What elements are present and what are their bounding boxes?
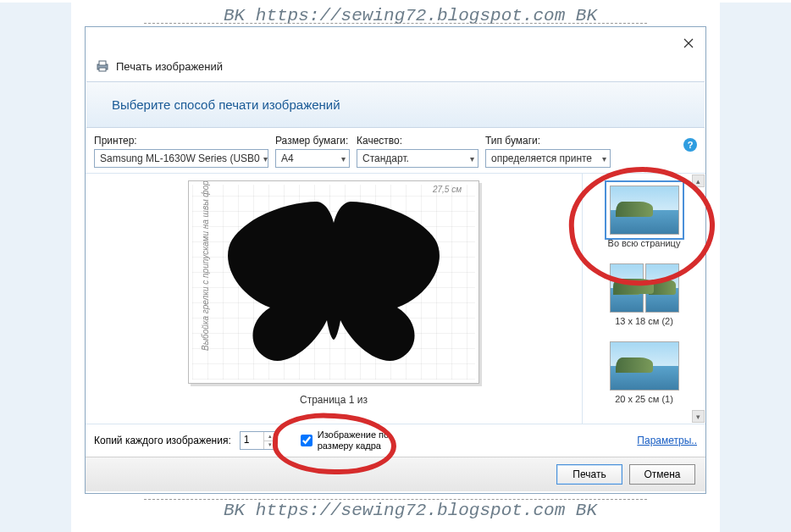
layout-label: 13 x 18 см (2) — [615, 316, 673, 326]
quality-label: Качество: — [357, 135, 478, 147]
print-dialog: Печать изображений Выберите способ печат… — [85, 26, 706, 494]
layout-label: 20 x 25 см (1) — [615, 394, 673, 404]
page-indicator: Страница 1 из — [300, 394, 368, 406]
fit-frame-checkbox[interactable]: Изображение по размеру кадра — [301, 429, 411, 452]
printer-select[interactable]: Samsung ML-1630W Series (USB0 ▾ — [94, 149, 268, 168]
scroll-down-button[interactable]: ▾ — [692, 410, 705, 423]
quality-value: Стандарт. — [362, 152, 409, 164]
divider — [144, 23, 647, 24]
printer-icon — [96, 59, 109, 73]
spin-up-icon[interactable]: ▴ — [264, 432, 276, 441]
print-button[interactable]: Печать — [556, 464, 622, 485]
layout-sidebar: ▴ Во всю страницу 13 x 18 см (2) 20 x 25… — [582, 174, 705, 424]
paper-size-label: Размер бумаги: — [275, 135, 350, 147]
paper-type-label: Тип бумаги: — [485, 135, 611, 147]
paper-size-value: A4 — [281, 152, 294, 164]
fit-frame-check-input[interactable] — [301, 435, 313, 446]
close-icon — [683, 38, 694, 48]
help-icon[interactable]: ? — [683, 138, 697, 152]
svg-rect-3 — [99, 61, 106, 65]
layout-thumb — [610, 341, 679, 391]
layout-thumb — [610, 263, 679, 313]
scroll-up-button[interactable]: ▴ — [692, 175, 705, 187]
spin-down-icon[interactable]: ▾ — [264, 441, 276, 450]
quality-select[interactable]: Стандарт. ▾ — [357, 149, 478, 168]
chevron-down-icon: ▾ — [602, 154, 606, 163]
divider — [144, 499, 647, 500]
preview-butterfly-icon — [224, 197, 444, 367]
close-button[interactable] — [677, 34, 700, 53]
printer-value: Samsung ML-1630W Series (USB0 — [100, 152, 260, 164]
chevron-down-icon: ▾ — [470, 154, 474, 163]
copies-input[interactable]: 1 ▴▾ — [240, 431, 277, 450]
chevron-down-icon: ▾ — [263, 154, 268, 163]
preview-canvas: Выбойка грелки с припусками на швы форма… — [188, 180, 479, 384]
dialog-title: Печать изображений — [116, 60, 223, 73]
parameters-link[interactable]: Параметры.. — [637, 435, 697, 446]
layout-option-20x25[interactable]: 20 x 25 см (1) — [583, 338, 705, 407]
watermark-bottom: BK https://sewing72.blogspot.com BK — [224, 501, 597, 520]
copies-value: 1 — [241, 432, 263, 449]
paper-type-select[interactable]: определяется принте ▾ — [485, 149, 611, 168]
paper-type-value: определяется принте — [491, 152, 592, 164]
fit-frame-label: Изображение по размеру кадра — [318, 429, 411, 452]
cancel-button[interactable]: Отмена — [629, 464, 695, 485]
layout-option-full-page[interactable]: Во всю страницу — [583, 182, 705, 252]
preview-side-note: Выбойка грелки с припусками на швы форма… — [201, 180, 210, 351]
copies-label: Копий каждого изображения: — [94, 435, 231, 446]
svg-rect-4 — [99, 68, 106, 71]
layout-thumb — [610, 186, 679, 235]
chevron-down-icon: ▾ — [341, 154, 346, 163]
instruction-text: Выберите способ печати изображений — [86, 81, 705, 128]
layout-label: Во всю страницу — [608, 238, 681, 248]
preview-top-note: 27,5 см — [433, 185, 462, 194]
paper-size-select[interactable]: A4 ▾ — [275, 149, 350, 168]
printer-label: Принтер: — [94, 135, 268, 147]
layout-option-13x18[interactable]: 13 x 18 см (2) — [583, 260, 705, 330]
